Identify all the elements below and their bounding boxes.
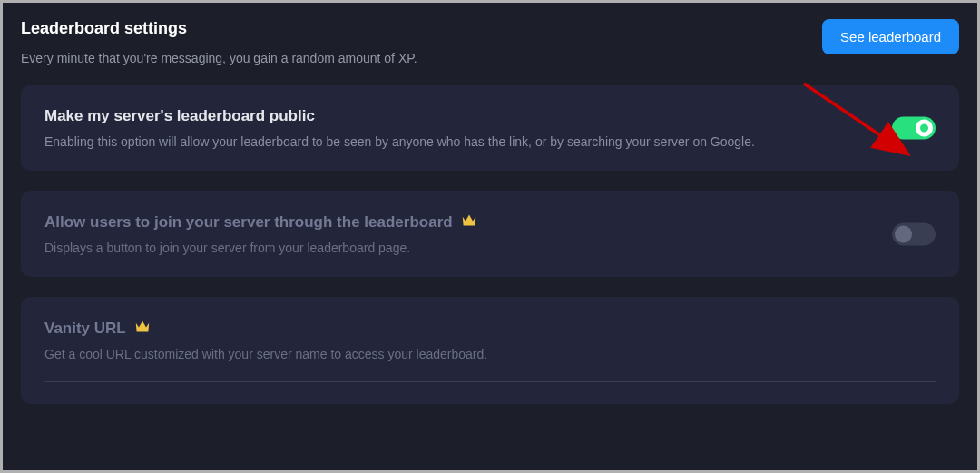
page-title: Leaderboard settings (21, 19, 822, 38)
card-join-through-leaderboard: Allow users to join your server through … (21, 191, 959, 277)
card-title: Make my server's leaderboard public (44, 107, 936, 125)
toggle-join-server[interactable] (892, 222, 936, 245)
page-subtitle: Every minute that you're messaging, you … (21, 51, 822, 65)
card-title-text: Vanity URL (44, 320, 126, 338)
card-public-leaderboard: Make my server's leaderboard public Enab… (21, 85, 959, 171)
toggle-knob (895, 225, 912, 242)
card-desc: Displays a button to join your server fr… (44, 241, 936, 255)
header-text: Leaderboard settings Every minute that y… (21, 19, 822, 65)
card-title: Allow users to join your server through … (44, 212, 936, 232)
toggle-knob (916, 120, 933, 137)
toggle-public-leaderboard[interactable] (892, 117, 936, 140)
crown-icon (133, 319, 152, 338)
card-desc: Get a cool URL customized with your serv… (44, 347, 936, 361)
card-desc: Enabling this option will allow your lea… (44, 134, 936, 149)
card-title-text: Allow users to join your server through … (44, 213, 453, 232)
crown-icon (460, 212, 478, 232)
see-leaderboard-button[interactable]: See leaderboard (822, 19, 959, 54)
card-title: Vanity URL (44, 319, 936, 338)
divider (44, 381, 936, 382)
card-vanity-url: Vanity URL Get a cool URL customized wit… (21, 297, 959, 404)
header: Leaderboard settings Every minute that y… (21, 19, 959, 65)
settings-panel: Leaderboard settings Every minute that y… (3, 3, 977, 470)
